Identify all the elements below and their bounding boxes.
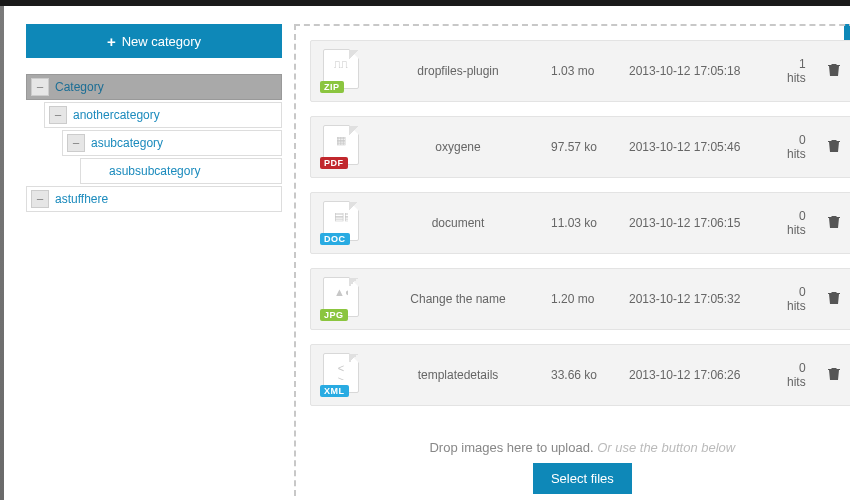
tree-item[interactable]: −Category: [26, 74, 282, 100]
file-type-icon: ⎍⎍⎍⎍▸ZIP: [317, 47, 365, 95]
plus-icon: +: [107, 33, 116, 50]
window-leftedge: [0, 6, 4, 500]
file-hits: 1 hits: [787, 57, 816, 85]
file-name: document: [373, 216, 543, 230]
file-size: 1.20 mo: [551, 292, 621, 306]
file-type-badge: XML: [320, 385, 349, 397]
sidebar: + New category −Category−anothercategory…: [26, 24, 282, 500]
file-list: ⎍⎍⎍⎍▸ZIPdropfiles-plugin1.03 mo2013-10-1…: [310, 40, 850, 406]
file-row[interactable]: ▤▤DOCdocument11.03 ko2013-10-12 17:06:15…: [310, 192, 850, 254]
tree-item-label: astuffhere: [55, 192, 108, 206]
tree-item[interactable]: −asubcategory: [62, 130, 282, 156]
file-type-badge: PDF: [320, 157, 348, 169]
file-name: templatedetails: [373, 368, 543, 382]
app-container: + New category −Category−anothercategory…: [0, 6, 850, 500]
collapse-icon[interactable]: −: [31, 78, 49, 96]
dropzone-text: Drop images here to upload. Or use the b…: [310, 440, 850, 455]
file-row[interactable]: ▲●JPGChange the name1.20 mo2013-10-12 17…: [310, 268, 850, 330]
tree-item[interactable]: −astuffhere: [26, 186, 282, 212]
collapse-icon[interactable]: −: [31, 190, 49, 208]
file-row[interactable]: ▦PDFoxygene97.57 ko2013-10-12 17:05:460 …: [310, 116, 850, 178]
file-panel: ⎍⎍⎍⎍▸ZIPdropfiles-plugin1.03 mo2013-10-1…: [294, 24, 850, 500]
file-hits: 0 hits: [787, 361, 816, 389]
select-files-button[interactable]: Select files: [533, 463, 632, 494]
collapse-icon[interactable]: −: [49, 106, 67, 124]
file-type-icon: ▤▤DOC: [317, 199, 365, 247]
file-size: 33.66 ko: [551, 368, 621, 382]
trash-icon[interactable]: [824, 63, 844, 80]
dropzone-instruction: Drop images here to upload.: [429, 440, 593, 455]
file-hits: 0 hits: [787, 285, 816, 313]
tree-item-label: asubcategory: [91, 136, 163, 150]
tree-item[interactable]: −anothercategory: [44, 102, 282, 128]
file-type-badge: ZIP: [320, 81, 344, 93]
trash-icon[interactable]: [824, 291, 844, 308]
file-hits: 0 hits: [787, 209, 816, 237]
trash-icon[interactable]: [824, 139, 844, 156]
tree-item-label: asubsubcategory: [109, 164, 200, 178]
file-date: 2013-10-12 17:05:32: [629, 292, 779, 306]
dropzone-hint: Or use the button below: [597, 440, 735, 455]
trash-icon[interactable]: [824, 215, 844, 232]
tree-item-label: Category: [55, 80, 104, 94]
file-type-badge: DOC: [320, 233, 350, 245]
file-type-icon: < >XML: [317, 351, 365, 399]
category-tree: −Category−anothercategory−asubcategoryas…: [26, 74, 282, 212]
file-size: 11.03 ko: [551, 216, 621, 230]
file-date: 2013-10-12 17:06:15: [629, 216, 779, 230]
new-category-label: New category: [122, 34, 201, 49]
file-hits: 0 hits: [787, 133, 816, 161]
file-name: Change the name: [373, 292, 543, 306]
collapse-icon[interactable]: −: [67, 134, 85, 152]
file-type-icon: ▦PDF: [317, 123, 365, 171]
tree-item[interactable]: asubsubcategory: [80, 158, 282, 184]
file-name: oxygene: [373, 140, 543, 154]
file-date: 2013-10-12 17:05:46: [629, 140, 779, 154]
file-date: 2013-10-12 17:06:26: [629, 368, 779, 382]
file-row[interactable]: < >XMLtemplatedetails33.66 ko2013-10-12 …: [310, 344, 850, 406]
file-size: 1.03 mo: [551, 64, 621, 78]
file-size: 97.57 ko: [551, 140, 621, 154]
file-date: 2013-10-12 17:05:18: [629, 64, 779, 78]
file-row[interactable]: ⎍⎍⎍⎍▸ZIPdropfiles-plugin1.03 mo2013-10-1…: [310, 40, 850, 102]
file-name: dropfiles-plugin: [373, 64, 543, 78]
tree-item-label: anothercategory: [73, 108, 160, 122]
file-type-badge: JPG: [320, 309, 348, 321]
trash-icon[interactable]: [824, 367, 844, 384]
new-category-button[interactable]: + New category: [26, 24, 282, 58]
file-type-icon: ▲●JPG: [317, 275, 365, 323]
